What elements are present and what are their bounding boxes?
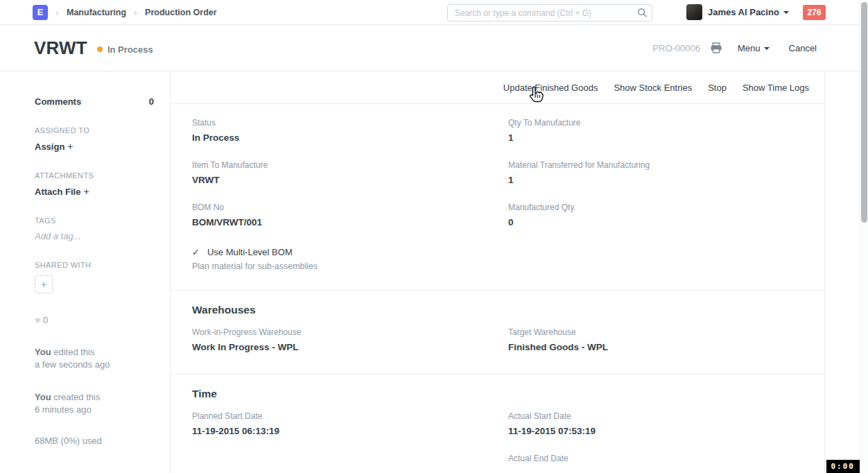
field-wip-warehouse: Work-in-Progress Warehouse Work In Progr… bbox=[192, 327, 508, 352]
field-value[interactable]: 0 bbox=[508, 217, 824, 227]
status-dot-icon bbox=[97, 46, 103, 52]
field-value[interactable]: VRWT bbox=[192, 175, 508, 185]
show-time-logs-button[interactable]: Show Time Logs bbox=[743, 83, 809, 93]
warehouses-section-title: Warehouses bbox=[192, 291, 824, 316]
comments-count: 0 bbox=[149, 96, 154, 107]
comments-label: Comments bbox=[35, 96, 81, 107]
field-label: Actual Start Date bbox=[508, 411, 824, 421]
field-label: Item To Manufacture bbox=[192, 160, 508, 170]
field-target-warehouse: Target Warehouse Finished Goods - WPL bbox=[508, 327, 824, 352]
field-label: Planned Start Date bbox=[192, 411, 508, 421]
check-icon: ✓ bbox=[192, 247, 200, 257]
status-indicator: In Process bbox=[97, 44, 153, 55]
user-menu[interactable]: James Al Pacino bbox=[686, 4, 789, 20]
plus-icon: + bbox=[67, 141, 73, 152]
status-indicator-label: In Process bbox=[107, 44, 153, 55]
assigned-to-section: ASSIGNED TO Assign+ bbox=[35, 126, 153, 152]
field-value[interactable]: Work In Progress - WPL bbox=[192, 342, 508, 352]
breadcrumb-manufacturing[interactable]: Manufacturing bbox=[67, 8, 126, 17]
field-value[interactable]: 11-19-2015 06:13:19 bbox=[192, 426, 508, 436]
field-item-to-manufacture: Item To Manufacture VRWT bbox=[192, 160, 508, 185]
field-label: Material Transferred for Manufacturing bbox=[508, 160, 824, 170]
global-search bbox=[447, 4, 652, 22]
field-value[interactable]: Finished Goods - WPL bbox=[508, 342, 824, 352]
sidebar-item-comments[interactable]: Comments 0 bbox=[35, 96, 154, 107]
main: Comments 0 ASSIGNED TO Assign+ ATTACHMEN… bbox=[0, 71, 868, 473]
page-scrollbar bbox=[860, 0, 868, 473]
attachments-section: ATTACHMENTS Attach File+ bbox=[35, 171, 153, 197]
storage-used: 68MB (0%) used bbox=[35, 436, 153, 446]
empty-cell bbox=[192, 454, 508, 468]
page-head: VRWT In Process PRO-00006 Menu Cancel bbox=[0, 25, 868, 71]
doc-id: PRO-00006 bbox=[652, 43, 700, 53]
search-input[interactable] bbox=[447, 4, 652, 22]
attach-file-button[interactable]: Attach File+ bbox=[35, 186, 153, 197]
form-toolbar: Update Finished Goods Show Stock Entries… bbox=[171, 71, 824, 104]
show-stock-entries-button[interactable]: Show Stock Entries bbox=[614, 83, 692, 93]
field-status: Status In Process bbox=[192, 118, 508, 143]
menu-button[interactable]: Menu bbox=[738, 43, 770, 53]
avatar bbox=[686, 4, 702, 20]
assign-button[interactable]: Assign+ bbox=[35, 141, 153, 152]
checkbox-label: Use Multi-Level BOM bbox=[207, 247, 293, 257]
breadcrumb-production-order[interactable]: Production Order bbox=[145, 8, 216, 17]
chevron-down-icon bbox=[783, 11, 789, 14]
cancel-button[interactable]: Cancel bbox=[789, 43, 817, 53]
shared-with-section: SHARED WITH + bbox=[35, 261, 153, 293]
chevron-right-icon: › bbox=[134, 7, 137, 17]
section-time: Planned Start Date 11-19-2015 06:13:19 A… bbox=[192, 411, 824, 473]
checkbox-help-text: Plan material for sub-assemblies bbox=[192, 261, 824, 271]
field-manufactured-qty: Manufactured Qty 0 bbox=[508, 203, 824, 227]
notification-badge[interactable]: 276 bbox=[803, 5, 826, 20]
field-value[interactable]: 11-19-2015 07:53:19 bbox=[508, 426, 824, 436]
assigned-to-heading: ASSIGNED TO bbox=[35, 126, 153, 135]
field-actual-end-date: Actual End Date bbox=[508, 454, 824, 468]
form-body: Status In Process Qty To Manufacture 1 I… bbox=[171, 104, 824, 473]
section-warehouses: Work-in-Progress Warehouse Work In Progr… bbox=[192, 327, 824, 370]
use-multi-level-bom-checkbox[interactable]: ✓Use Multi-Level BOM bbox=[192, 247, 824, 257]
field-value[interactable]: 1 bbox=[508, 132, 824, 143]
field-label: Work-in-Progress Warehouse bbox=[192, 327, 508, 337]
field-label: Target Warehouse bbox=[508, 327, 824, 337]
created-when: 6 minutes ago bbox=[35, 404, 153, 416]
field-value[interactable]: In Process bbox=[192, 132, 508, 143]
tags-heading: TAGS bbox=[35, 216, 153, 225]
field-label: Manufactured Qty bbox=[508, 203, 824, 212]
section-main: Status In Process Qty To Manufacture 1 I… bbox=[192, 104, 824, 245]
field-actual-start-date: Actual Start Date 11-19-2015 07:53:19 bbox=[508, 411, 824, 436]
field-value[interactable]: 1 bbox=[508, 175, 824, 185]
navbar: E › Manufacturing › Production Order Jam… bbox=[0, 0, 868, 25]
field-label: Actual End Date bbox=[508, 454, 824, 463]
field-planned-start-date: Planned Start Date 11-19-2015 06:13:19 bbox=[192, 411, 508, 436]
edited-when: a few seconds ago bbox=[35, 359, 153, 371]
field-bom-no: BOM No BOM/VRWT/001 bbox=[192, 203, 508, 227]
form-area: Update Finished Goods Show Stock Entries… bbox=[171, 71, 825, 473]
field-label: Status bbox=[192, 118, 508, 128]
time-section-title: Time bbox=[192, 375, 824, 400]
field-label: Qty To Manufacture bbox=[508, 118, 824, 128]
scrollbar-thumb[interactable] bbox=[861, 2, 867, 223]
edited-activity: You edited this a few seconds ago bbox=[35, 346, 153, 371]
attachments-heading: ATTACHMENTS bbox=[35, 171, 153, 180]
field-value[interactable]: BOM/VRWT/001 bbox=[192, 217, 508, 227]
field-qty-to-manufacture: Qty To Manufacture 1 bbox=[508, 118, 824, 143]
tags-section: TAGS Add a tag... bbox=[35, 216, 153, 241]
plus-icon: + bbox=[83, 186, 89, 197]
head-actions: PRO-00006 Menu Cancel bbox=[652, 25, 817, 71]
recording-timer: 0:00 bbox=[826, 460, 860, 473]
sidebar: Comments 0 ASSIGNED TO Assign+ ATTACHMEN… bbox=[0, 71, 171, 473]
print-icon[interactable] bbox=[710, 42, 722, 53]
update-finished-goods-button[interactable]: Update Finished Goods bbox=[503, 83, 598, 93]
add-tag-input[interactable]: Add a tag... bbox=[35, 231, 153, 241]
stop-button[interactable]: Stop bbox=[708, 83, 727, 93]
like-button[interactable]: ♥ 0 bbox=[35, 314, 153, 326]
search-icon[interactable] bbox=[637, 8, 648, 21]
created-activity: You created this 6 minutes ago bbox=[35, 391, 153, 416]
app-logo[interactable]: E bbox=[33, 5, 48, 20]
add-share-button[interactable]: + bbox=[35, 275, 53, 293]
page-title: VRWT bbox=[34, 37, 87, 59]
chevron-right-icon: › bbox=[55, 7, 59, 17]
shared-with-heading: SHARED WITH bbox=[35, 261, 153, 269]
heart-icon: ♥ bbox=[35, 314, 41, 326]
chevron-down-icon bbox=[764, 47, 770, 50]
